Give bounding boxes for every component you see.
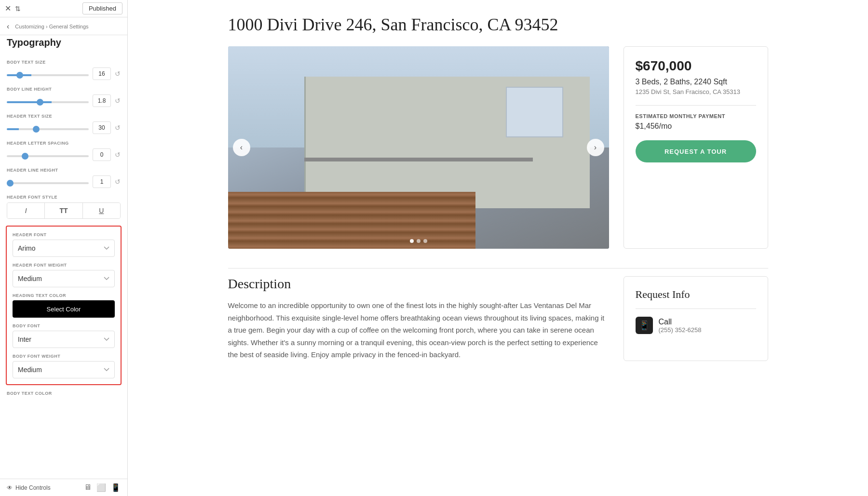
- published-button[interactable]: Published: [82, 2, 122, 14]
- header-font-weight-select[interactable]: Thin Light Regular Medium Bold: [13, 270, 115, 287]
- back-arrow-icon[interactable]: ‹: [7, 22, 9, 31]
- body-line-height-label: BODY LINE HEIGHT: [7, 87, 121, 92]
- tablet-icon[interactable]: ⬜: [96, 483, 106, 492]
- property-price: $670,000: [636, 58, 756, 74]
- hide-controls-label: Hide Controls: [15, 484, 51, 491]
- mobile-icon[interactable]: 📱: [111, 483, 121, 492]
- property-page: 1000 Divi Drive 246, San Francisco, CA 9…: [209, 0, 787, 375]
- property-address: 1235 Divi St, San Fracisco, CA 35313: [636, 88, 756, 95]
- body-font-weight-group: BODY FONT WEIGHT Thin Light Regular Medi…: [13, 354, 115, 378]
- header-letter-spacing-value: 0: [93, 148, 111, 161]
- header-font-group: HEADER FONT Arimo Roboto Open Sans Lato: [13, 232, 115, 257]
- bold-button[interactable]: TT: [45, 203, 82, 218]
- header-letter-spacing-row: 0 ↺: [7, 148, 121, 161]
- request-info-title: Request Info: [636, 288, 756, 301]
- building-window: [506, 87, 563, 137]
- heading-color-select-button[interactable]: Select Color: [13, 300, 115, 318]
- header-text-size-slider-container: [7, 123, 89, 132]
- header-letter-spacing-group: HEADER LETTER SPACING 0 ↺: [7, 141, 121, 161]
- request-tour-button[interactable]: REQUEST A TOUR: [636, 140, 756, 162]
- carousel-dot-3[interactable]: [423, 239, 427, 243]
- body-font-weight-select[interactable]: Thin Light Regular Medium Bold: [13, 361, 115, 378]
- carousel-dot-2[interactable]: [417, 239, 420, 243]
- body-text-color-group: BODY TEXT COLOR: [7, 391, 121, 396]
- call-label: Call: [659, 318, 702, 326]
- bottom-bar: 👁 Hide Controls 🖥 ⬜ 📱: [0, 479, 127, 496]
- device-icons: 🖥 ⬜ 📱: [84, 483, 121, 492]
- left-panel: ✕ ⇅ Published ‹ Customizing › General Se…: [0, 0, 128, 496]
- divider-1: [636, 105, 756, 106]
- body-line-height-reset-icon[interactable]: ↺: [115, 97, 121, 105]
- estimated-payment-value: $1,456/mo: [636, 122, 756, 131]
- body-line-height-slider-container: [7, 96, 89, 105]
- header-text-size-reset-icon[interactable]: ↺: [115, 124, 121, 132]
- main-divider: [228, 268, 768, 268]
- carousel-dot-1[interactable]: [410, 239, 414, 243]
- building-image: [228, 46, 609, 249]
- header-text-size-group: HEADER TEXT SIZE 30 ↺: [7, 114, 121, 134]
- estimated-payment-label: ESTIMATED MONTHLY PAYMENT: [636, 113, 756, 119]
- header-line-height-slider-container: [7, 177, 89, 186]
- balcony-railing: [304, 158, 533, 161]
- call-number: (255) 352-6258: [659, 326, 702, 334]
- header-line-height-slider[interactable]: [7, 182, 89, 184]
- carousel-prev-button[interactable]: ‹: [233, 139, 250, 156]
- top-bar: ✕ ⇅ Published: [0, 0, 127, 17]
- body-font-label: BODY FONT: [13, 323, 115, 328]
- property-image: ‹ ›: [228, 46, 609, 249]
- italic-button[interactable]: I: [7, 203, 45, 218]
- eye-icon: 👁: [7, 484, 13, 491]
- contact-row: 📱 Call (255) 352-6258: [636, 317, 756, 334]
- highlighted-section: HEADER FONT Arimo Roboto Open Sans Lato …: [6, 226, 122, 385]
- header-line-height-row: 1 ↺: [7, 175, 121, 188]
- header-font-select[interactable]: Arimo Roboto Open Sans Lato: [13, 240, 115, 257]
- header-line-height-value: 1: [93, 175, 111, 188]
- page-title: Typography: [0, 35, 127, 54]
- header-font-label: HEADER FONT: [13, 232, 115, 237]
- body-line-height-value: 1.8: [93, 94, 111, 107]
- description-main: Description Welcome to an incredible opp…: [228, 276, 609, 361]
- body-text-size-row: 16 ↺: [7, 67, 121, 80]
- underline-button[interactable]: U: [83, 203, 120, 218]
- header-letter-spacing-slider[interactable]: [7, 155, 89, 157]
- header-text-size-label: HEADER TEXT SIZE: [7, 114, 121, 119]
- font-style-row: I TT U: [7, 202, 121, 219]
- body-text-size-reset-icon[interactable]: ↺: [115, 70, 121, 78]
- sort-icon[interactable]: ⇅: [15, 5, 21, 13]
- property-title: 1000 Divi Drive 246, San Francisco, CA 9…: [228, 14, 768, 35]
- header-letter-spacing-label: HEADER LETTER SPACING: [7, 141, 121, 146]
- header-font-style-group: HEADER FONT STYLE I TT U: [7, 195, 121, 219]
- heading-text-color-group: HEADING TEXT COLOR Select Color: [13, 293, 115, 318]
- property-beds-baths: 3 Beds, 2 Baths, 2240 Sqft: [636, 78, 756, 86]
- hide-controls-button[interactable]: 👁 Hide Controls: [7, 484, 51, 491]
- body-line-height-group: BODY LINE HEIGHT 1.8 ↺: [7, 87, 121, 107]
- wood-panels: [228, 192, 476, 249]
- call-info: Call (255) 352-6258: [659, 318, 702, 334]
- desktop-icon[interactable]: 🖥: [84, 483, 92, 492]
- close-icon[interactable]: ✕: [5, 4, 11, 13]
- body-font-group: BODY FONT Inter Roboto Open Sans Lato: [13, 323, 115, 348]
- carousel-dots: [410, 239, 427, 243]
- body-text-size-value: 16: [93, 67, 111, 80]
- body-text-size-group: BODY TEXT SIZE 16 ↺: [7, 60, 121, 80]
- description-text: Welcome to an incredible opportunity to …: [228, 299, 609, 361]
- header-line-height-reset-icon[interactable]: ↺: [115, 178, 121, 186]
- description-section: Description Welcome to an incredible opp…: [228, 276, 768, 361]
- body-font-select[interactable]: Inter Roboto Open Sans Lato: [13, 331, 115, 348]
- header-letter-spacing-reset-icon[interactable]: ↺: [115, 151, 121, 159]
- body-font-weight-label: BODY FONT WEIGHT: [13, 354, 115, 359]
- body-line-height-row: 1.8 ↺: [7, 94, 121, 107]
- header-line-height-label: HEADER LINE HEIGHT: [7, 168, 121, 173]
- header-text-size-slider[interactable]: [7, 128, 89, 130]
- body-text-size-slider-container: [7, 69, 89, 78]
- header-font-style-label: HEADER FONT STYLE: [7, 195, 121, 200]
- body-text-size-slider[interactable]: [7, 74, 89, 76]
- main-content: 1000 Divi Drive 246, San Francisco, CA 9…: [128, 0, 868, 496]
- phone-icon: 📱: [636, 317, 653, 334]
- property-main: ‹ › $670,000 3 Beds, 2 Baths, 2240 Sqft …: [228, 46, 768, 249]
- body-text-size-label: BODY TEXT SIZE: [7, 60, 121, 65]
- body-line-height-slider[interactable]: [7, 101, 89, 103]
- carousel-next-button[interactable]: ›: [587, 139, 604, 156]
- header-line-height-group: HEADER LINE HEIGHT 1 ↺: [7, 168, 121, 188]
- panel-content: BODY TEXT SIZE 16 ↺ BODY LINE HEIGHT 1.8…: [0, 54, 127, 479]
